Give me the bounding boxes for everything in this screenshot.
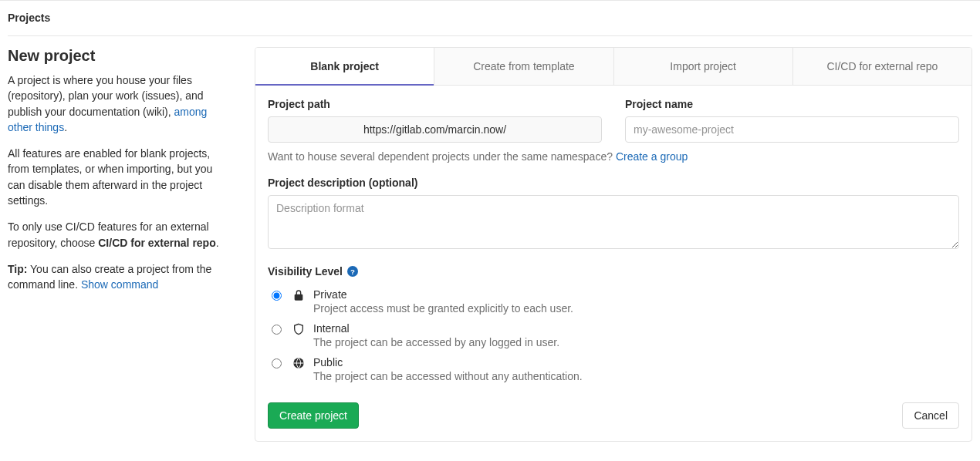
namespace-hint: Want to house several dependent projects… <box>268 150 959 163</box>
cancel-button[interactable]: Cancel <box>902 402 959 429</box>
tab-import-project[interactable]: Import project <box>614 48 793 85</box>
create-group-link[interactable]: Create a group <box>616 150 688 163</box>
tab-create-from-template[interactable]: Create from template <box>434 48 613 85</box>
tabs: Blank project Create from template Impor… <box>255 48 972 86</box>
project-description-input[interactable] <box>268 195 959 249</box>
sidebar-intro: A project is where you house your files … <box>8 72 231 135</box>
visibility-option-public[interactable]: Public The project can be accessed witho… <box>268 356 959 382</box>
breadcrumb: Projects <box>8 12 50 24</box>
tab-cicd-external-repo[interactable]: CI/CD for external repo <box>793 48 972 85</box>
sidebar-features-note: All features are enabled for blank proje… <box>8 146 231 208</box>
globe-icon <box>292 357 306 369</box>
project-path-label: Project path <box>268 98 602 110</box>
visibility-title-private: Private <box>313 288 573 301</box>
sidebar-tip: Tip: You can also create a project from … <box>8 261 231 293</box>
shield-icon <box>292 323 306 335</box>
tab-blank-project[interactable]: Blank project <box>255 48 434 85</box>
visibility-label: Visibility Level <box>268 265 343 278</box>
project-name-input[interactable] <box>625 116 959 143</box>
sidebar: New project A project is where you house… <box>8 47 255 442</box>
project-description-label: Project description (optional) <box>268 177 959 189</box>
help-icon[interactable]: ? <box>347 266 358 277</box>
visibility-radio-public[interactable] <box>272 358 282 368</box>
svg-text:?: ? <box>350 268 355 276</box>
visibility-desc-public: The project can be accessed without any … <box>313 370 583 382</box>
sidebar-cicd-note: To only use CI/CD features for an extern… <box>8 219 231 251</box>
visibility-desc-internal: The project can be accessed by any logge… <box>313 336 559 348</box>
page-title: New project <box>8 47 231 65</box>
visibility-radio-private[interactable] <box>272 291 282 301</box>
visibility-option-internal[interactable]: Internal The project can be accessed by … <box>268 322 959 348</box>
project-path-value: https://gitlab.com/marcin.now/ <box>268 116 602 143</box>
visibility-title-public: Public <box>313 356 583 368</box>
project-name-label: Project name <box>625 98 959 110</box>
visibility-title-internal: Internal <box>313 322 559 335</box>
visibility-radio-internal[interactable] <box>272 325 282 335</box>
create-project-button[interactable]: Create project <box>268 402 359 429</box>
show-command-link[interactable]: Show command <box>81 278 158 291</box>
lock-icon <box>292 289 306 301</box>
visibility-desc-private: Project access must be granted explicitl… <box>313 302 573 315</box>
visibility-option-private[interactable]: Private Project access must be granted e… <box>268 288 959 315</box>
